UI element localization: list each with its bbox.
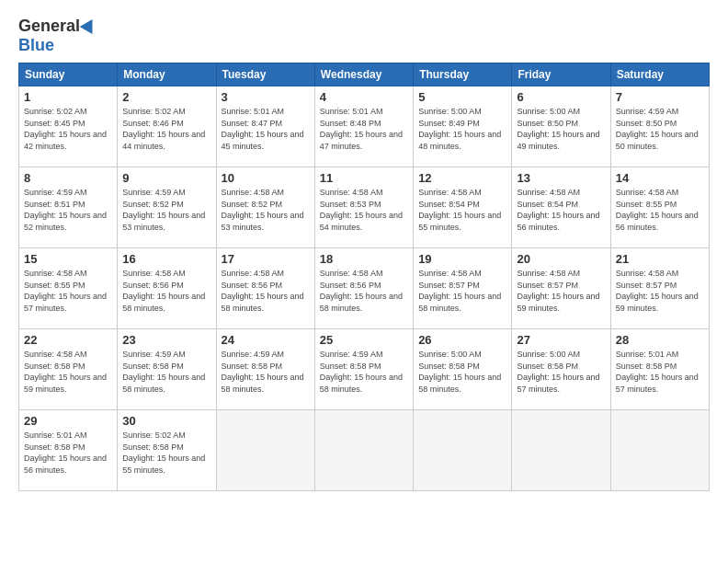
day-info: Sunrise: 5:02 AMSunset: 8:45 PMDaylight:… [24, 106, 112, 152]
day-info: Sunrise: 5:01 AMSunset: 8:58 PMDaylight:… [616, 349, 704, 395]
day-number: 10 [222, 171, 310, 185]
day-number: 12 [418, 171, 506, 185]
calendar-day-cell: 9Sunrise: 4:59 AMSunset: 8:52 PMDaylight… [118, 167, 216, 248]
day-number: 13 [517, 171, 605, 185]
calendar-week-row: 22Sunrise: 4:58 AMSunset: 8:58 PMDayligh… [19, 329, 710, 410]
day-info: Sunrise: 4:58 AMSunset: 8:56 PMDaylight:… [122, 268, 210, 314]
day-info: Sunrise: 4:59 AMSunset: 8:58 PMDaylight:… [222, 349, 310, 395]
calendar-day-cell: 13Sunrise: 4:58 AMSunset: 8:54 PMDayligh… [512, 167, 610, 248]
day-number: 25 [320, 333, 408, 347]
day-number: 9 [122, 171, 210, 185]
calendar-day-cell: 14Sunrise: 4:58 AMSunset: 8:55 PMDayligh… [610, 167, 709, 248]
day-number: 1 [24, 90, 112, 104]
day-number: 20 [517, 252, 605, 266]
calendar-day-cell [314, 410, 413, 491]
calendar-day-cell: 1Sunrise: 5:02 AMSunset: 8:45 PMDaylight… [19, 86, 118, 167]
weekday-header: Friday [512, 63, 610, 86]
calendar-day-cell: 26Sunrise: 5:00 AMSunset: 8:58 PMDayligh… [414, 329, 512, 410]
calendar-day-cell [414, 410, 512, 491]
calendar-day-cell [610, 410, 709, 491]
calendar-day-cell: 20Sunrise: 4:58 AMSunset: 8:57 PMDayligh… [512, 248, 610, 329]
logo-triangle-icon [80, 15, 99, 33]
calendar-day-cell: 25Sunrise: 4:59 AMSunset: 8:58 PMDayligh… [314, 329, 413, 410]
day-info: Sunrise: 4:59 AMSunset: 8:52 PMDaylight:… [122, 187, 210, 233]
day-info: Sunrise: 4:59 AMSunset: 8:51 PMDaylight:… [24, 187, 112, 233]
day-number: 29 [24, 414, 112, 428]
calendar-table: SundayMondayTuesdayWednesdayThursdayFrid… [18, 63, 710, 491]
calendar-day-cell: 2Sunrise: 5:02 AMSunset: 8:46 PMDaylight… [118, 86, 216, 167]
weekday-header: Monday [118, 63, 216, 86]
day-number: 15 [24, 252, 112, 266]
calendar-day-cell: 29Sunrise: 5:01 AMSunset: 8:58 PMDayligh… [19, 410, 118, 491]
day-number: 16 [122, 252, 210, 266]
day-number: 28 [616, 333, 704, 347]
calendar-day-cell: 21Sunrise: 4:58 AMSunset: 8:57 PMDayligh… [610, 248, 709, 329]
day-info: Sunrise: 4:58 AMSunset: 8:54 PMDaylight:… [418, 187, 506, 233]
day-info: Sunrise: 4:58 AMSunset: 8:57 PMDaylight:… [616, 268, 704, 314]
calendar-day-cell: 11Sunrise: 4:58 AMSunset: 8:53 PMDayligh… [314, 167, 413, 248]
calendar-day-cell: 22Sunrise: 4:58 AMSunset: 8:58 PMDayligh… [19, 329, 118, 410]
day-info: Sunrise: 4:59 AMSunset: 8:58 PMDaylight:… [320, 349, 408, 395]
day-number: 8 [24, 171, 112, 185]
day-info: Sunrise: 5:00 AMSunset: 8:49 PMDaylight:… [418, 106, 506, 152]
logo-general-text: General [18, 17, 80, 36]
calendar-week-row: 8Sunrise: 4:59 AMSunset: 8:51 PMDaylight… [19, 167, 710, 248]
page-header: General Blue [18, 17, 710, 55]
day-info: Sunrise: 4:59 AMSunset: 8:50 PMDaylight:… [616, 106, 704, 152]
day-info: Sunrise: 4:58 AMSunset: 8:58 PMDaylight:… [24, 349, 112, 395]
calendar-week-row: 1Sunrise: 5:02 AMSunset: 8:45 PMDaylight… [19, 86, 710, 167]
calendar-day-cell [216, 410, 314, 491]
calendar-week-row: 15Sunrise: 4:58 AMSunset: 8:55 PMDayligh… [19, 248, 710, 329]
day-number: 17 [222, 252, 310, 266]
day-info: Sunrise: 4:58 AMSunset: 8:53 PMDaylight:… [320, 187, 408, 233]
day-info: Sunrise: 4:58 AMSunset: 8:57 PMDaylight:… [418, 268, 506, 314]
day-number: 22 [24, 333, 112, 347]
day-number: 26 [418, 333, 506, 347]
calendar-week-row: 29Sunrise: 5:01 AMSunset: 8:58 PMDayligh… [19, 410, 710, 491]
day-number: 11 [320, 171, 408, 185]
calendar-day-cell: 23Sunrise: 4:59 AMSunset: 8:58 PMDayligh… [118, 329, 216, 410]
day-info: Sunrise: 5:00 AMSunset: 8:58 PMDaylight:… [517, 349, 605, 395]
day-info: Sunrise: 5:02 AMSunset: 8:46 PMDaylight:… [122, 106, 210, 152]
day-info: Sunrise: 4:58 AMSunset: 8:54 PMDaylight:… [517, 187, 605, 233]
weekday-header: Sunday [19, 63, 118, 86]
day-info: Sunrise: 5:02 AMSunset: 8:58 PMDaylight:… [122, 430, 210, 476]
day-info: Sunrise: 4:58 AMSunset: 8:52 PMDaylight:… [222, 187, 310, 233]
calendar-day-cell: 4Sunrise: 5:01 AMSunset: 8:48 PMDaylight… [314, 86, 413, 167]
calendar-day-cell: 18Sunrise: 4:58 AMSunset: 8:56 PMDayligh… [314, 248, 413, 329]
day-info: Sunrise: 5:01 AMSunset: 8:48 PMDaylight:… [320, 106, 408, 152]
day-number: 6 [517, 90, 605, 104]
day-info: Sunrise: 4:58 AMSunset: 8:57 PMDaylight:… [517, 268, 605, 314]
calendar-day-cell: 28Sunrise: 5:01 AMSunset: 8:58 PMDayligh… [610, 329, 709, 410]
calendar-day-cell: 10Sunrise: 4:58 AMSunset: 8:52 PMDayligh… [216, 167, 314, 248]
day-info: Sunrise: 4:59 AMSunset: 8:58 PMDaylight:… [122, 349, 210, 395]
day-info: Sunrise: 4:58 AMSunset: 8:56 PMDaylight:… [320, 268, 408, 314]
logo: General Blue [18, 17, 97, 55]
weekday-header: Saturday [610, 63, 709, 86]
calendar-day-cell: 30Sunrise: 5:02 AMSunset: 8:58 PMDayligh… [118, 410, 216, 491]
calendar-day-cell: 3Sunrise: 5:01 AMSunset: 8:47 PMDaylight… [216, 86, 314, 167]
calendar-day-cell: 6Sunrise: 5:00 AMSunset: 8:50 PMDaylight… [512, 86, 610, 167]
day-number: 19 [418, 252, 506, 266]
calendar-day-cell: 17Sunrise: 4:58 AMSunset: 8:56 PMDayligh… [216, 248, 314, 329]
day-number: 2 [122, 90, 210, 104]
day-info: Sunrise: 4:58 AMSunset: 8:56 PMDaylight:… [222, 268, 310, 314]
calendar-day-cell [512, 410, 610, 491]
day-number: 23 [122, 333, 210, 347]
calendar-day-cell: 8Sunrise: 4:59 AMSunset: 8:51 PMDaylight… [19, 167, 118, 248]
calendar-day-cell: 5Sunrise: 5:00 AMSunset: 8:49 PMDaylight… [414, 86, 512, 167]
calendar-day-cell: 16Sunrise: 4:58 AMSunset: 8:56 PMDayligh… [118, 248, 216, 329]
calendar-day-cell: 24Sunrise: 4:59 AMSunset: 8:58 PMDayligh… [216, 329, 314, 410]
day-info: Sunrise: 5:00 AMSunset: 8:50 PMDaylight:… [517, 106, 605, 152]
calendar-day-cell: 7Sunrise: 4:59 AMSunset: 8:50 PMDaylight… [610, 86, 709, 167]
weekday-header: Tuesday [216, 63, 314, 86]
logo-blue-text: Blue [18, 36, 54, 55]
day-number: 30 [122, 414, 210, 428]
calendar-day-cell: 12Sunrise: 4:58 AMSunset: 8:54 PMDayligh… [414, 167, 512, 248]
day-number: 3 [222, 90, 310, 104]
day-info: Sunrise: 4:58 AMSunset: 8:55 PMDaylight:… [24, 268, 112, 314]
weekday-header: Wednesday [314, 63, 413, 86]
day-info: Sunrise: 5:01 AMSunset: 8:47 PMDaylight:… [222, 106, 310, 152]
day-number: 14 [616, 171, 704, 185]
day-info: Sunrise: 5:01 AMSunset: 8:58 PMDaylight:… [24, 430, 112, 476]
